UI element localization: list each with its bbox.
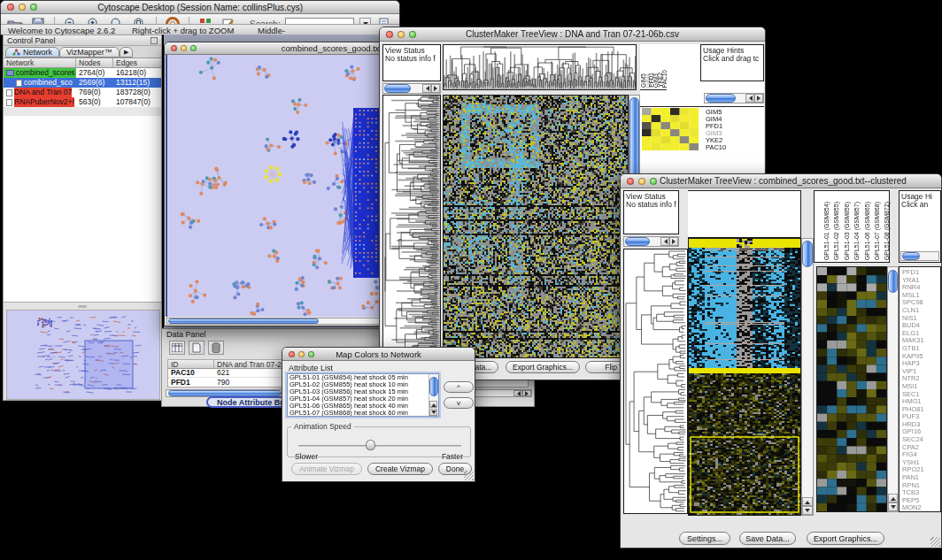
view-status-hscrollbar[interactable] [382,83,441,94]
trash-icon[interactable] [208,341,224,355]
network-row-combined-sco-selected[interactable]: combined_sco 2569(6) 13112(15) [4,78,161,88]
scrollbar-thumb[interactable] [902,252,920,260]
settings-button[interactable]: Settings... [679,532,730,545]
animation-speed-legend: Animation Speed [291,422,354,431]
treeview1-title: ClusterMaker TreeView : DNA and Tran 07-… [380,29,765,39]
network-name: combined_sco [24,78,73,88]
close-icon[interactable] [289,351,295,357]
scroll-left-icon[interactable] [422,84,431,93]
scrollbar-thumb[interactable] [168,318,319,324]
network-row-combined-scores[interactable]: combined_scores 2764(0) 16218(0) [4,68,161,78]
float-panel-icon[interactable] [151,37,158,44]
column-header-label: GPL51-02 (GSM855) [831,202,841,260]
zoom-vscrollbar[interactable] [887,266,899,512]
treeview1-titlebar[interactable]: ClusterMaker TreeView : DNA and Tran 07-… [380,27,765,42]
birdseye-overview-canvas[interactable] [6,310,160,400]
close-icon[interactable] [386,31,393,38]
edge-count: 183728(0) [113,88,161,97]
scrollbar-thumb[interactable] [384,84,411,93]
scroll-up-icon[interactable] [802,497,813,506]
zoom-heatmap-canvas[interactable] [817,267,886,511]
scroll-right-icon[interactable] [522,390,531,396]
scrollbar-thumb[interactable] [802,241,813,267]
scroll-left-icon[interactable] [745,94,754,103]
minimize-icon[interactable] [638,178,645,185]
column-dendrogram-canvas[interactable] [444,45,636,89]
node-count: 563(0) [76,97,113,107]
scroll-up-icon[interactable] [429,401,437,408]
slider-thumb[interactable] [366,440,375,450]
zoom-window-icon[interactable] [190,45,197,51]
scrollbar-thumb[interactable] [888,270,898,293]
minimize-icon[interactable] [398,31,405,38]
chevron-right-icon: ▶ [124,49,128,56]
zoom-window-icon[interactable] [650,178,657,185]
tab-overflow-button[interactable]: ▶ [120,47,133,58]
create-vizmap-button[interactable]: Create Vizmap [367,463,433,475]
usage-hscrollbar[interactable] [704,93,764,104]
save-data-button[interactable]: Save Data... [739,532,796,545]
move-up-button[interactable]: ^ [444,381,474,393]
scrollbar-thumb[interactable] [706,94,736,103]
treeview2-title: ClusterMaker TreeView : combined_scores_… [621,176,941,186]
scroll-down-icon[interactable] [888,502,898,511]
attribute-list-item[interactable]: GPL51-07 (GSM868) heat shock 60 min [288,410,438,417]
scroll-right-icon[interactable] [754,94,763,103]
heatmap-vscrollbar[interactable] [801,238,814,516]
gene-list[interactable]: PFD1YRA1RNR4MSL1SPC98CLN1NIS1BUD4ELG1MAK… [899,266,941,512]
close-icon[interactable] [627,178,634,185]
correlation-matrix-canvas[interactable] [642,108,699,150]
heatmap-pane [443,95,629,358]
main-titlebar[interactable]: Cytoscape Desktop (Session Name: collins… [1,1,399,14]
network-row-rnapuber[interactable]: RNAPuberNov2+! 563(0) 107847(0) [4,97,161,107]
usage-hints-detail: Click an [900,199,940,210]
scroll-down-icon[interactable] [429,409,437,416]
close-icon[interactable] [171,45,177,51]
view-status-hscrollbar[interactable] [623,236,679,247]
zoom-window-icon[interactable] [30,4,37,11]
column-header-label: GPL51-08 (GSM872) [882,202,892,260]
scrollbar-thumb[interactable] [168,390,282,396]
zoom-window-icon[interactable] [409,31,416,38]
heatmap-canvas[interactable] [689,239,800,515]
scroll-down-icon[interactable] [802,506,813,515]
minimize-icon[interactable] [19,4,26,11]
tab-network[interactable]: Network [5,47,59,58]
view-status-detail: No status info f [383,53,440,64]
edge-count: 107847(0) [113,97,161,107]
splitter-handle[interactable] [78,305,87,308]
tab-vizmapper[interactable]: VizMapper™ [59,47,120,58]
minimize-icon[interactable] [298,351,305,357]
network-row-dna-tran[interactable]: DNA and Tran 07 769(0) 183728(0) [4,88,161,97]
resize-grip[interactable] [930,537,940,547]
scroll-left-icon[interactable] [660,237,669,246]
scrollbar-thumb[interactable] [625,237,650,246]
row-dendrogram-canvas[interactable] [383,96,440,357]
scroll-right-icon[interactable] [669,237,678,246]
export-graphics-button[interactable]: Export Graphics... [506,361,580,373]
move-down-button[interactable]: v [444,397,474,409]
scrollbar-thumb[interactable] [429,377,438,396]
dialog-titlebar[interactable]: Map Colors to Network [282,348,475,361]
attribute-table-icon[interactable] [169,341,185,355]
matrix-column-label: PAC10 [663,70,668,88]
scroll-left-icon[interactable] [513,390,522,396]
scroll-up-icon[interactable] [888,494,898,502]
scroll-right-icon[interactable] [431,84,440,93]
slider-track[interactable] [298,445,461,447]
gene-label[interactable]: MON2 [902,504,940,512]
animate-vizmap-button[interactable]: Animate Vizmap [291,463,362,475]
new-attribute-icon[interactable] [189,341,205,355]
treeview2-titlebar[interactable]: ClusterMaker TreeView : combined_scores_… [621,174,941,188]
zoom-window-icon[interactable] [308,351,314,357]
close-icon[interactable] [7,4,14,11]
export-graphics-button[interactable]: Export Graphics... [807,532,884,545]
resize-grip[interactable] [464,471,474,480]
usage-hscrollbar[interactable] [900,251,939,261]
column-header-label: GPL51-01 (GSM854) [822,202,831,260]
attribute-list-vscrollbar[interactable] [429,374,438,416]
attribute-list[interactable]: GPL51-01 (GSM854) heat shock 05 minGPL51… [287,373,439,417]
row-dendrogram-canvas[interactable] [624,249,687,513]
heatmap-canvas[interactable] [444,96,628,357]
minimize-icon[interactable] [181,45,187,51]
